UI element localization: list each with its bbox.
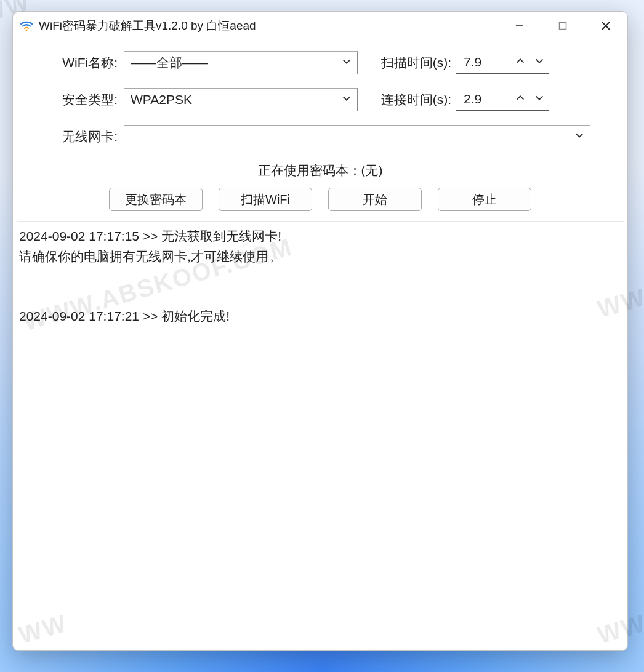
svg-point-0: [25, 29, 27, 31]
security-label: 安全类型:: [50, 91, 124, 108]
scan-time-value: 7.9: [456, 55, 510, 70]
scan-time-spinner[interactable]: 7.9: [456, 51, 549, 74]
wifi-icon: [19, 18, 34, 33]
connect-time-spinner[interactable]: 2.9: [456, 88, 549, 111]
close-button[interactable]: [584, 12, 627, 40]
chevron-down-icon: [341, 55, 352, 70]
chevron-down-icon[interactable]: [534, 55, 545, 70]
chevron-down-icon: [341, 92, 352, 107]
window-title: WiFi密码暴力破解工具v1.2.0 by 白恒aead: [39, 18, 256, 34]
window-controls: [498, 12, 627, 40]
start-button[interactable]: 开始: [328, 188, 422, 211]
action-buttons: 更换密码本 扫描WiFi 开始 停止: [50, 188, 590, 211]
security-value: WPA2PSK: [131, 92, 192, 107]
adapter-label: 无线网卡:: [50, 128, 124, 145]
minimize-button[interactable]: [498, 12, 541, 40]
log-output[interactable]: 2024-09-02 17:17:15 >> 无法获取到无线网卡! 请确保你的电…: [17, 221, 624, 647]
maximize-button[interactable]: [541, 12, 584, 40]
change-dictionary-button[interactable]: 更换密码本: [109, 188, 203, 211]
chevron-down-icon: [574, 129, 585, 144]
chevron-up-icon[interactable]: [515, 92, 526, 106]
stop-button[interactable]: 停止: [438, 188, 531, 211]
adapter-select[interactable]: [124, 125, 590, 148]
svg-rect-2: [560, 23, 566, 30]
titlebar: WiFi密码暴力破解工具v1.2.0 by 白恒aead: [13, 12, 627, 40]
scan-time-label: 扫描时间(s):: [370, 54, 456, 71]
settings-form: WiFi名称: ——全部—— 扫描时间(s): 7.9: [13, 40, 627, 221]
connect-time-label: 连接时间(s):: [370, 91, 456, 108]
wifi-name-select[interactable]: ——全部——: [124, 51, 358, 74]
wifi-name-value: ——全部——: [131, 54, 208, 71]
wifi-name-label: WiFi名称:: [50, 54, 124, 71]
connect-time-value: 2.9: [456, 92, 510, 106]
security-select[interactable]: WPA2PSK: [124, 88, 358, 111]
scan-wifi-button[interactable]: 扫描WiFi: [219, 188, 312, 211]
dictionary-status: 正在使用密码本：(无): [50, 162, 590, 179]
app-window: WiFi密码暴力破解工具v1.2.0 by 白恒aead WiFi名称: ——全…: [12, 11, 628, 651]
chevron-down-icon[interactable]: [534, 92, 545, 106]
chevron-up-icon[interactable]: [515, 55, 526, 70]
